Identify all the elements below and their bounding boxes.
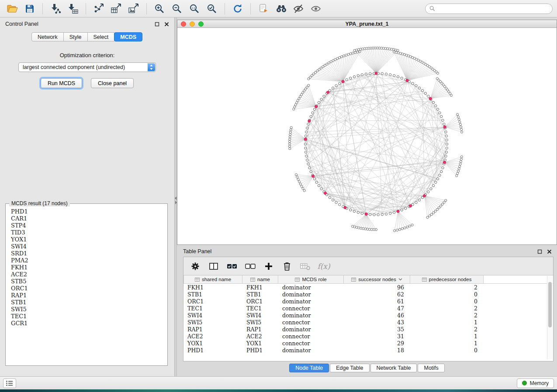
mcds-result-item[interactable]: ORC1 — [11, 285, 162, 292]
close-panel-icon[interactable] — [164, 21, 169, 27]
search-input[interactable] — [438, 6, 548, 12]
export-table-button[interactable] — [108, 2, 124, 15]
mcds-result-item[interactable]: SRD1 — [11, 250, 162, 257]
tab-node-table[interactable]: Node Table — [289, 364, 329, 372]
table-row[interactable]: STB1STB1dominator620 — [183, 291, 553, 298]
column-header-successor-nodes[interactable]: successor nodes — [344, 275, 410, 283]
save-session-button[interactable] — [22, 2, 38, 15]
tab-edge-table[interactable]: Edge Table — [330, 364, 369, 372]
table-row[interactable]: RAP1RAP1dominator352 — [183, 326, 553, 333]
mcds-result-item[interactable]: SWI4 — [11, 243, 162, 250]
run-mcds-button[interactable]: Run MCDS — [41, 78, 82, 88]
open-session-button[interactable] — [4, 2, 20, 15]
table-cell: connector — [278, 333, 344, 340]
deselect-all-rows-button[interactable] — [245, 261, 256, 272]
table-row[interactable]: ORC1ORC1dominator610 — [183, 298, 553, 305]
mcds-result-item[interactable]: RAP1 — [11, 292, 162, 299]
tab-select[interactable]: Select — [87, 32, 115, 41]
import-network-button[interactable] — [48, 2, 63, 15]
select-all-icon — [227, 263, 237, 270]
table-cell: 1 — [410, 340, 484, 347]
tab-network[interactable]: Network — [31, 32, 64, 41]
close-window-icon[interactable] — [181, 21, 186, 27]
hide-selected-button[interactable] — [291, 2, 306, 15]
memory-button[interactable]: Memory — [517, 378, 554, 388]
toolbar-divider — [250, 3, 251, 14]
table-row[interactable]: PHD1PHD1dominator180 — [183, 347, 553, 354]
table-cell: 18 — [344, 347, 410, 354]
table-cell: 35 — [344, 326, 410, 333]
zoom-fit-button[interactable]: 1:1 — [187, 2, 202, 15]
table-settings-button[interactable] — [190, 261, 201, 272]
show-column-button[interactable] — [208, 261, 219, 272]
mcds-result-item[interactable]: STB1 — [11, 299, 162, 306]
close-table-panel-icon[interactable] — [547, 249, 552, 254]
mcds-result-item[interactable]: TID3 — [11, 229, 162, 236]
table-cell: 62 — [344, 291, 410, 298]
show-all-button[interactable] — [308, 2, 324, 15]
close-panel-button[interactable]: Close panel — [91, 78, 134, 88]
delete-column-button[interactable] — [281, 261, 293, 272]
zoom-out-button[interactable] — [169, 2, 185, 15]
mcds-result-item[interactable]: CAR1 — [11, 215, 162, 222]
export-table-icon — [111, 3, 122, 14]
table-row[interactable]: SWI4SWI4dominator462 — [183, 312, 553, 319]
column-header-name[interactable]: name — [242, 275, 278, 283]
minimize-window-icon[interactable] — [190, 21, 195, 27]
column-header-mcds-role[interactable]: MCDS role — [278, 275, 344, 283]
network-canvas[interactable] — [177, 28, 557, 244]
column-header-predecessor-nodes[interactable]: predecessor nodes — [410, 275, 484, 283]
select-all-rows-button[interactable] — [226, 261, 238, 272]
maximize-window-icon[interactable] — [198, 21, 204, 27]
mcds-result-item[interactable]: STB5 — [11, 278, 162, 285]
float-panel-icon[interactable] — [154, 21, 159, 27]
network-window: YPA_prune.txt_1 — [177, 20, 557, 245]
search-network-button[interactable] — [273, 2, 289, 15]
tab-network-table[interactable]: Network Table — [370, 364, 417, 372]
mcds-result-item[interactable]: GCR1 — [11, 320, 162, 327]
mcds-result-item[interactable]: ACE2 — [11, 271, 162, 278]
column-header-label: name — [257, 277, 270, 282]
mcds-result-item[interactable]: FKH1 — [11, 264, 162, 271]
table-cell: ACE2 — [242, 333, 278, 340]
refresh-view-button[interactable] — [230, 2, 246, 15]
mcds-result-item[interactable]: PHD1 — [11, 208, 162, 215]
table-row[interactable]: ACE2ACE2connector311 — [183, 333, 553, 340]
optimization-dropdown[interactable]: largest connected component (undirected) — [18, 62, 156, 72]
zoom-in-button[interactable] — [152, 2, 167, 15]
control-tabs: NetworkStyleSelectMCDS — [0, 32, 174, 41]
zoom-selected-button[interactable] — [204, 2, 220, 15]
import-table-button[interactable] — [65, 2, 81, 15]
table-row[interactable]: YOX1YOX1connector291 — [183, 340, 553, 347]
task-history-button[interactable] — [3, 378, 16, 388]
column-header-shared-name[interactable]: shared name — [183, 275, 242, 283]
network-window-titlebar[interactable]: YPA_prune.txt_1 — [177, 20, 557, 28]
refresh-icon — [232, 3, 243, 14]
tab-mcds[interactable]: MCDS — [114, 32, 142, 41]
add-column-button[interactable] — [263, 261, 274, 272]
export-image-button[interactable] — [126, 2, 142, 15]
table-row[interactable]: TEC1TEC1connector472 — [183, 305, 553, 312]
scrollbar-thumb[interactable] — [548, 282, 552, 327]
mcds-result-item[interactable]: STP4 — [11, 222, 162, 229]
table-panel-title: Table Panel — [183, 248, 533, 254]
function-builder-button[interactable]: f(x) — [318, 261, 329, 272]
table-row[interactable]: FKH1FKH1dominator962 — [183, 284, 553, 291]
mcds-result-item[interactable]: TEC1 — [11, 313, 162, 320]
plus-icon — [264, 262, 273, 271]
float-table-panel-icon[interactable] — [537, 249, 542, 254]
table-cell: connector — [278, 305, 344, 312]
tab-style[interactable]: Style — [63, 32, 88, 41]
export-network-button[interactable] — [91, 2, 107, 15]
table-row[interactable]: SWI5SWI5connector431 — [183, 319, 553, 326]
tab-motifs[interactable]: Motifs — [418, 364, 444, 372]
table-scrollbar[interactable] — [547, 276, 553, 359]
mcds-result-item[interactable]: YOX1 — [11, 236, 162, 243]
mcds-result-item[interactable]: SWI5 — [11, 306, 162, 313]
delete-table-button[interactable] — [300, 261, 311, 272]
clone-network-button[interactable] — [256, 2, 271, 15]
binoculars-icon — [275, 3, 287, 14]
mcds-result-item[interactable]: PMA2 — [11, 257, 162, 264]
dropdown-stepper-icon — [148, 63, 155, 71]
table-cell: connector — [278, 319, 344, 326]
